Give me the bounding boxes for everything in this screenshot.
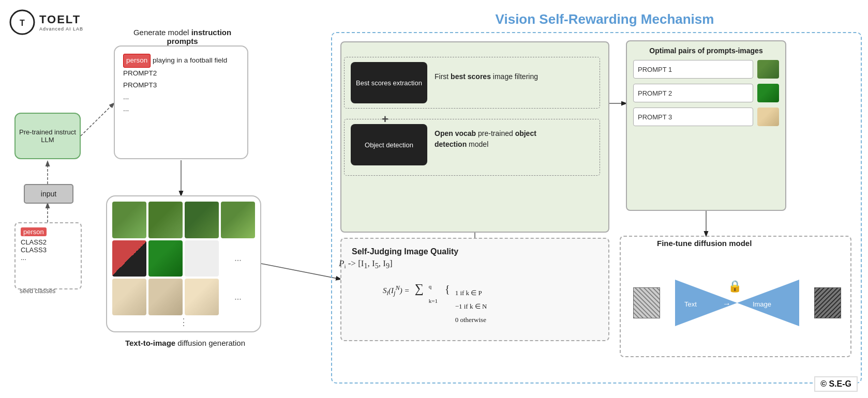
pair-row-1: PROMPT 1	[633, 60, 779, 79]
seed-classes-label: seed classes	[20, 287, 55, 295]
text2img-label: Text-to-image diffusion generation	[108, 339, 263, 347]
thumb-2	[757, 84, 779, 102]
person-tag: person	[123, 54, 151, 68]
prompt-list-box: person playing in a football field PROMP…	[114, 45, 248, 159]
grid-cell-5	[112, 240, 146, 277]
thumb-1	[757, 60, 779, 79]
seed-person-tag: person	[21, 227, 47, 236]
grid-dots-2: ...	[221, 279, 255, 315]
logo-area: T TOELT Advanced AI LAB	[9, 9, 83, 35]
input-box: input	[24, 184, 73, 204]
optimal-pairs-title: Optimal pairs of prompts-images	[633, 47, 779, 55]
image-grid-box: ... ... ⋮	[106, 195, 261, 332]
svg-line-2	[81, 103, 114, 136]
svg-line-4	[261, 264, 340, 279]
optimal-pairs-box: Optimal pairs of prompts-images PROMPT 1…	[626, 40, 786, 211]
diffusion-visual: 🔒 Text → Image	[626, 262, 848, 344]
main-title: Vision Self-Rewarding Mechanism	[352, 11, 858, 27]
grid-cell-9	[112, 279, 146, 315]
svg-text:→: →	[723, 299, 731, 308]
pair-row-2: PROMPT 2	[633, 84, 779, 102]
pair-row-3: PROMPT 3	[633, 108, 779, 126]
grid-cell-7	[185, 240, 219, 277]
svg-text:T: T	[20, 19, 25, 27]
grid-cell-3	[185, 202, 219, 238]
best-scores-box: Best scores extraction	[351, 62, 427, 103]
svg-text:Text: Text	[684, 300, 697, 308]
prompt-item-3: PROMPT 3	[633, 108, 753, 126]
open-vocab-text: Open vocab pre-trained object detection …	[435, 128, 546, 150]
noise-block-left	[633, 287, 660, 318]
prompt-item-1: PROMPT 1	[633, 60, 753, 79]
logo-title: TOELT	[39, 13, 83, 26]
grid-dots-1: ...	[221, 240, 255, 277]
image-grid: ... ...	[112, 202, 255, 315]
grid-cell-11	[185, 279, 219, 315]
logo-subtitle: Advanced AI LAB	[39, 26, 83, 32]
noise-block-right	[814, 287, 841, 318]
object-detection-box: Object detection	[351, 124, 427, 165]
diffusion-arrow-svg: 🔒 Text → Image	[675, 274, 799, 331]
formula-area: Si(IjN) = ∑ qk=1 { 1 if k ∈ P −1 if k ∈ …	[383, 264, 610, 327]
thumb-3	[757, 108, 779, 126]
grid-cell-1	[112, 202, 146, 238]
copyright: © S.E-G	[814, 376, 858, 392]
svg-text:Image: Image	[753, 300, 771, 308]
seed-classes-box: person CLASS2 CLASS3 ...	[14, 222, 82, 289]
pretrained-llm-box: Pre-trained instruct LLM	[14, 113, 81, 159]
best-scores-text: First best scores image filtering	[435, 72, 538, 81]
image-grid-bottom-dots: ⋮	[112, 317, 255, 327]
grid-cell-6	[148, 240, 183, 277]
grid-cell-10	[148, 279, 183, 315]
prompt-item-2: PROMPT 2	[633, 84, 753, 102]
svg-text:🔒: 🔒	[727, 279, 742, 293]
grid-cell-4	[221, 202, 255, 238]
logo-icon: T	[9, 9, 35, 35]
grid-cell-2	[148, 202, 183, 238]
self-judging-title: Self-Judging Image Quality	[352, 247, 598, 256]
generate-model-label: Generate model instruction prompts	[119, 28, 246, 45]
